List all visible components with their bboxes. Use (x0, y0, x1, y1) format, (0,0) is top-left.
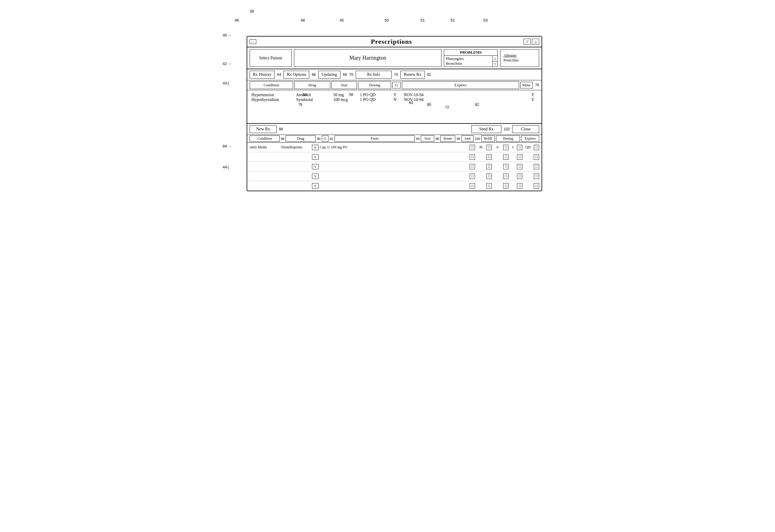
scroll-down-button[interactable]: ▽ (524, 39, 531, 45)
problems-box: PROBLEMS Pharyngitis Bronchitis △ ▽ (444, 49, 498, 67)
allergies-label: Allergies (504, 53, 536, 58)
ref-51-label: 51 (421, 18, 425, 22)
ref-80-inline: 80 (427, 102, 431, 107)
new-rx-dosing-amt-check-1[interactable]: ☐ (517, 145, 522, 150)
rx-options-button[interactable]: Rx Options (283, 71, 309, 78)
new-rx-dosing-amt-1: 1 (510, 145, 516, 149)
new-col-size: Size (421, 135, 434, 142)
ref-84: 84 → (223, 144, 231, 148)
rx-condition-1: Hypertension Hypothyroidism (250, 92, 293, 103)
scroll-up-button[interactable]: △ (532, 39, 539, 45)
new-rx-amt-check-4[interactable]: ☐ (487, 173, 492, 179)
new-rx-amt-check-5[interactable]: ☐ (487, 183, 492, 188)
updating-button[interactable]: Updating (318, 71, 340, 78)
col-drug-header: Drug (294, 81, 330, 89)
new-rx-expires-check-4[interactable]: ☐ (534, 173, 539, 179)
col-condition-header: Condition (250, 81, 293, 89)
new-rx-size-check-2[interactable]: ☐ (470, 154, 475, 160)
new-col-condition: Condition (250, 135, 279, 142)
ref-56-inline: 56 (303, 93, 306, 97)
new-rx-refill-check-5[interactable]: ☐ (503, 183, 509, 188)
new-rx-dosing-amt-check-5[interactable]: ☐ (517, 183, 522, 188)
main-window: — Prescriptions ▽ △ Select Patient Mary … (247, 36, 542, 191)
problems-scroll-down[interactable]: ▽ (493, 61, 498, 67)
new-rx-g-btn-1[interactable]: N (312, 145, 318, 150)
new-rx-refill-check-2[interactable]: ☐ (503, 154, 509, 160)
ref-53-label: 53 (484, 18, 488, 22)
rx-info-button[interactable]: Rx Info (356, 71, 392, 78)
new-rx-size-check-4[interactable]: ☐ (470, 173, 475, 179)
new-rx-expires-check-1[interactable]: ☐ (534, 145, 539, 150)
send-rx-button[interactable]: Send Rx (472, 125, 502, 133)
ref-82-inline: 82 (475, 102, 479, 107)
new-rx-dosing-amt-check-4[interactable]: ☐ (517, 173, 522, 179)
new-rx-condition-1: otitis Media (250, 145, 279, 149)
new-rx-g-btn-2[interactable]: Y (312, 154, 318, 160)
ref-42: 42 → (223, 61, 231, 66)
new-rx-data-area: otitis Media Trimethoprims N Cap, U 100 … (247, 143, 542, 191)
patient-name-field[interactable]: Mary Harrington (294, 49, 442, 67)
new-rx-g-btn-3[interactable]: Y (312, 164, 318, 169)
ref-76: 76 (535, 83, 539, 87)
problem-1: Pharyngitis (446, 56, 491, 61)
rx-expires-1: NOV-10-94 NOV-10-94 (402, 92, 525, 103)
ref-100: 100 (475, 137, 480, 140)
new-rx-expires-check-2[interactable]: ☐ (534, 154, 539, 160)
new-rx-row-2: Y ☐ ☐ ☐ ☐ ☐ (247, 152, 542, 162)
new-rx-dosing-amt-check-3[interactable]: ☐ (517, 164, 522, 169)
new-rx-row-4: Y ☐ ☐ ☐ ☐ ☐ (247, 171, 542, 181)
new-col-expires: Expires (521, 135, 539, 142)
new-rx-row-5: Y ☐ ☐ ☐ ☐ ☐ (247, 181, 542, 191)
ref-52-label: 52 (451, 18, 455, 22)
problems-header: PROBLEMS (444, 49, 498, 56)
new-col-refill: Refill (481, 135, 495, 142)
rx-data-row-1: Hypertension Hypothyroidism Atenolol Syn… (250, 92, 539, 103)
ref-66: 66 (312, 72, 315, 77)
allergies-box: Allergies Penicillin (500, 49, 539, 67)
ref-94: 94 (416, 137, 420, 140)
renew-rx-button[interactable]: Renew Rx (401, 71, 425, 78)
problem-2: Bronchitis (446, 61, 491, 66)
new-rx-amt-check-2[interactable]: ☐ (487, 154, 492, 160)
ref-50-label: 50 (384, 18, 389, 22)
rx-history-button[interactable]: Rx History (250, 71, 275, 78)
new-rx-dosing-amt-check-2[interactable]: ☐ (517, 154, 522, 160)
new-rx-g-btn-5[interactable]: Y (312, 183, 318, 188)
new-col-g: G (322, 135, 328, 142)
ref-60-inline: 60 (409, 101, 413, 105)
new-rx-amt-check-3[interactable]: ☐ (487, 164, 492, 169)
new-rx-button[interactable]: New Rx (250, 125, 276, 133)
ref-72-inline: 72 (445, 105, 449, 109)
new-rx-size-check-3[interactable]: ☐ (470, 164, 475, 169)
allergy-1: Penicillin (504, 58, 536, 63)
ref-86: 86 (279, 127, 283, 131)
select-patient-button[interactable]: Select Patient (250, 49, 291, 67)
new-rx-expires-check-5[interactable]: ☐ (534, 183, 539, 188)
title-bar: — Prescriptions ▽ △ (247, 37, 542, 47)
new-rx-row-3: Y ☐ ☐ ☐ ☐ ☐ (247, 162, 542, 171)
window-controls: ▽ △ (524, 39, 539, 45)
rx-dosing-1: 1 PO QD 1 PO QD (358, 92, 391, 103)
close-button[interactable]: Close (512, 125, 539, 133)
new-rx-refill-check-4[interactable]: ☐ (503, 173, 509, 179)
new-rx-columns-header: Condition 88 Drug 90 G 92 Form 94 Size 9… (247, 135, 542, 143)
new-rx-amt-check-1[interactable]: ☐ (487, 145, 492, 150)
rx-drug-1: Atenolol Synthroid (294, 92, 330, 103)
rx-g-1: Y N (392, 92, 401, 103)
problems-items: Pharyngitis Bronchitis △ ▽ (444, 56, 498, 66)
new-col-form: Form (334, 135, 415, 142)
problems-scroll-up[interactable]: △ (493, 56, 498, 61)
ref-90: 90 (317, 137, 320, 140)
new-rx-size-check-5[interactable]: ☐ (470, 183, 475, 188)
new-rx-row-1: otitis Media Trimethoprims N Cap, U 100 … (247, 143, 542, 152)
minimize-button[interactable]: — (250, 39, 256, 44)
new-rx-g-btn-4[interactable]: Y (312, 173, 318, 179)
rx-data-area: 56 58 60 72 Hypertension Hypothyroidism … (247, 90, 542, 124)
new-rx-refill-check-3[interactable]: ☐ (503, 164, 509, 169)
col-dosing-header: Dosing (358, 81, 391, 89)
new-rx-size-check-1[interactable]: ☐ (470, 145, 475, 150)
new-col-route: Route (440, 135, 455, 142)
ref-92: 92 (330, 137, 333, 140)
new-rx-refill-check-1[interactable]: ☐ (503, 145, 509, 150)
new-rx-expires-check-3[interactable]: ☐ (534, 164, 539, 169)
